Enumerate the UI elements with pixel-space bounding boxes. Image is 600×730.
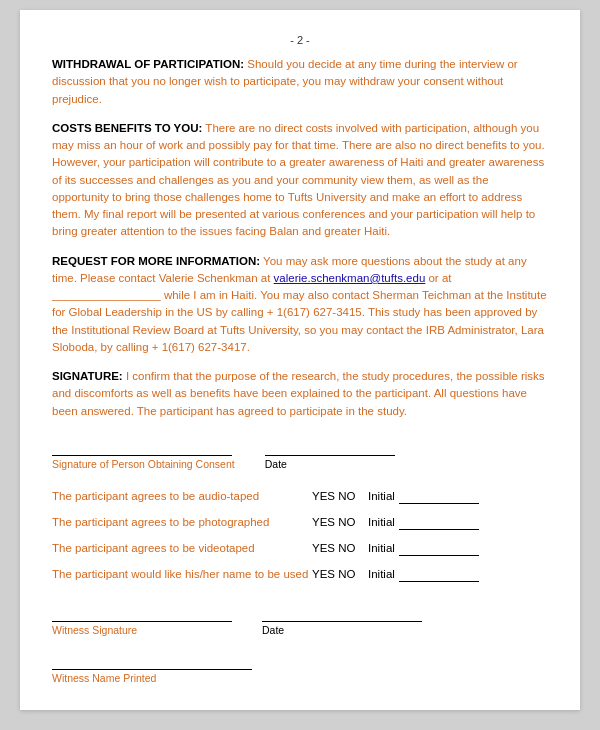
consent-text-name: The participant would like his/her name … (52, 568, 312, 580)
signature-block: Signature of Person Obtaining Consent Da… (52, 438, 548, 470)
initial-label-audio: Initial (368, 490, 395, 502)
witness-row: Witness Signature Date (52, 604, 548, 636)
yes-no-audio: YES NO (312, 490, 368, 502)
witness-name-row: Witness Name Printed (52, 652, 548, 684)
initial-label-name: Initial (368, 568, 395, 580)
witness-sig-label: Witness Signature (52, 624, 137, 636)
section-costs: COSTS BENEFITS TO YOU: There are no dire… (52, 120, 548, 241)
section-title-request: REQUEST FOR MORE INFORMATION: (52, 255, 260, 267)
witness-sig-group: Witness Signature (52, 604, 232, 636)
yes-no-name: YES NO (312, 568, 368, 580)
no-name: NO (338, 568, 355, 580)
consent-text-photo: The participant agrees to be photographe… (52, 516, 312, 528)
consent-row-audio: The participant agrees to be audio-taped… (52, 488, 548, 504)
no-audio: NO (338, 490, 355, 502)
date-line-group: Date (265, 438, 395, 470)
yes-video: YES (312, 542, 335, 554)
page-number: - 2 - (52, 34, 548, 46)
witness-name-label: Witness Name Printed (52, 672, 548, 684)
email-link[interactable]: valerie.schenkman@tufts.edu (274, 272, 426, 284)
initial-line-photo (399, 514, 479, 530)
witness-sig-line (52, 604, 232, 622)
witness-date-line (262, 604, 422, 622)
sig-label: Signature of Person Obtaining Consent (52, 458, 235, 470)
section-title-sig: SIGNATURE: (52, 370, 123, 382)
initial-line-video (399, 540, 479, 556)
initial-line-audio (399, 488, 479, 504)
section-withdrawal: WITHDRAWAL OF PARTICIPATION: Should you … (52, 56, 548, 108)
witness-date-group: Date (262, 604, 422, 636)
consent-text-video: The participant agrees to be videotaped (52, 542, 312, 554)
yes-audio: YES (312, 490, 335, 502)
no-photo: NO (338, 516, 355, 528)
consent-text-audio: The participant agrees to be audio-taped (52, 490, 312, 502)
initial-label-video: Initial (368, 542, 395, 554)
section-signature-text: SIGNATURE: I confirm that the purpose of… (52, 368, 548, 420)
yes-no-video: YES NO (312, 542, 368, 554)
consent-row-video: The participant agrees to be videotaped … (52, 540, 548, 556)
document-page: - 2 - WITHDRAWAL OF PARTICIPATION: Shoul… (20, 10, 580, 710)
signature-line (52, 438, 232, 456)
initial-label-photo: Initial (368, 516, 395, 528)
section-title-costs: COSTS BENEFITS TO YOU: (52, 122, 202, 134)
date-line (265, 438, 395, 456)
section-body-costs: There are no direct costs involved with … (52, 122, 545, 238)
sig-row: Signature of Person Obtaining Consent Da… (52, 438, 548, 470)
yes-photo: YES (312, 516, 335, 528)
witness-name-line (52, 652, 252, 670)
yes-name: YES (312, 568, 335, 580)
section-body-sig: I confirm that the purpose of the resear… (52, 370, 545, 417)
yes-no-photo: YES NO (312, 516, 368, 528)
sig-line-group: Signature of Person Obtaining Consent (52, 438, 235, 470)
date-label: Date (265, 458, 287, 470)
consent-table: The participant agrees to be audio-taped… (52, 488, 548, 582)
initial-line-name (399, 566, 479, 582)
consent-row-name: The participant would like his/her name … (52, 566, 548, 582)
witness-date-label: Date (262, 624, 284, 636)
consent-row-photo: The participant agrees to be photographe… (52, 514, 548, 530)
section-title-withdrawal: WITHDRAWAL OF PARTICIPATION: (52, 58, 244, 70)
section-request: REQUEST FOR MORE INFORMATION: You may as… (52, 253, 548, 357)
witness-section: Witness Signature Date Witness Name Prin… (52, 604, 548, 684)
no-video: NO (338, 542, 355, 554)
